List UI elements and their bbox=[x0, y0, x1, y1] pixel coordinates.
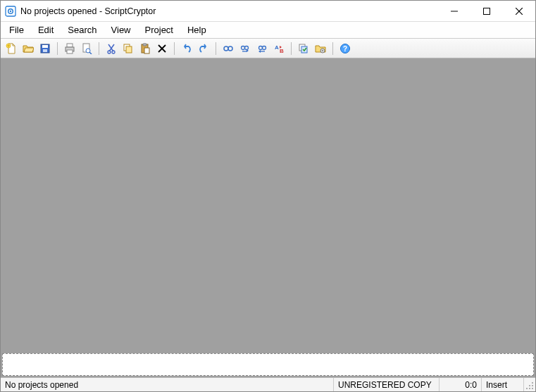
menu-project[interactable]: Project bbox=[138, 23, 180, 37]
svg-point-49 bbox=[529, 388, 530, 389]
close-button[interactable] bbox=[503, 1, 535, 22]
maximize-button[interactable] bbox=[470, 1, 503, 22]
svg-text:?: ? bbox=[343, 45, 347, 53]
svg-text:A: A bbox=[275, 44, 279, 51]
new-file-button[interactable] bbox=[4, 41, 19, 56]
copy-button[interactable] bbox=[120, 41, 136, 56]
replace-button[interactable]: A B bbox=[271, 41, 287, 56]
window-title: No projects opened - ScriptCryptor bbox=[20, 6, 156, 16]
minimize-button[interactable] bbox=[438, 1, 470, 22]
svg-point-42 bbox=[322, 50, 323, 51]
svg-point-31 bbox=[242, 46, 245, 49]
statusbar: No projects opened UNREGISTERED COPY 0:0… bbox=[1, 377, 535, 391]
svg-point-50 bbox=[532, 388, 533, 389]
editor-area[interactable] bbox=[1, 58, 535, 352]
svg-point-34 bbox=[259, 46, 263, 49]
toolbar-separator bbox=[291, 42, 292, 55]
workspace bbox=[1, 58, 535, 377]
toolbar: A B ? bbox=[1, 39, 535, 58]
svg-rect-25 bbox=[144, 48, 149, 53]
svg-point-32 bbox=[245, 46, 249, 49]
svg-rect-13 bbox=[67, 50, 73, 53]
compile-button[interactable] bbox=[296, 41, 311, 56]
window-controls bbox=[438, 1, 535, 22]
toolbar-separator bbox=[99, 42, 99, 55]
svg-point-48 bbox=[526, 388, 528, 389]
find-prev-button[interactable] bbox=[254, 41, 270, 56]
menu-search[interactable]: Search bbox=[61, 23, 104, 37]
print-button[interactable] bbox=[62, 41, 77, 56]
find-button[interactable] bbox=[220, 41, 236, 56]
svg-rect-11 bbox=[67, 44, 73, 47]
status-license: UNREGISTERED COPY bbox=[334, 378, 440, 391]
resize-grip[interactable] bbox=[524, 378, 535, 391]
titlebar: No projects opened - ScriptCryptor bbox=[1, 1, 535, 22]
find-next-button[interactable] bbox=[237, 41, 253, 56]
options-button[interactable] bbox=[313, 41, 328, 56]
svg-text:B: B bbox=[280, 48, 284, 54]
menu-help[interactable]: Help bbox=[180, 23, 213, 37]
toolbar-separator bbox=[174, 42, 175, 55]
svg-rect-24 bbox=[143, 44, 147, 46]
svg-rect-10 bbox=[43, 49, 47, 52]
cut-button[interactable] bbox=[104, 41, 119, 56]
svg-rect-22 bbox=[126, 46, 132, 53]
svg-point-35 bbox=[263, 46, 266, 49]
svg-rect-40 bbox=[301, 46, 307, 53]
status-cursor-position: 0:0 bbox=[440, 378, 482, 391]
help-button[interactable]: ? bbox=[337, 41, 353, 56]
menu-file[interactable]: File bbox=[2, 23, 31, 37]
save-button[interactable] bbox=[37, 41, 53, 56]
redo-button[interactable] bbox=[196, 41, 211, 56]
toolbar-separator bbox=[332, 42, 333, 55]
svg-rect-9 bbox=[42, 45, 48, 48]
message-panel[interactable] bbox=[2, 353, 534, 376]
toolbar-separator bbox=[57, 42, 58, 55]
print-preview-button[interactable] bbox=[79, 41, 94, 56]
svg-point-2 bbox=[10, 10, 11, 11]
svg-point-19 bbox=[108, 51, 111, 53]
status-insert-mode: Insert bbox=[482, 378, 524, 391]
menu-edit[interactable]: Edit bbox=[31, 23, 61, 37]
status-message: No projects opened bbox=[1, 378, 334, 391]
svg-point-45 bbox=[532, 382, 533, 384]
svg-line-16 bbox=[89, 52, 92, 54]
svg-point-20 bbox=[112, 51, 115, 53]
toolbar-separator bbox=[216, 42, 216, 55]
app-icon bbox=[5, 6, 16, 17]
svg-rect-4 bbox=[484, 8, 490, 14]
svg-point-47 bbox=[532, 385, 533, 386]
svg-point-46 bbox=[529, 385, 530, 386]
menu-view[interactable]: View bbox=[104, 23, 138, 37]
delete-button[interactable] bbox=[154, 41, 170, 56]
paste-button[interactable] bbox=[137, 41, 153, 56]
open-file-button[interactable] bbox=[20, 41, 36, 56]
menubar: File Edit Search View Project Help bbox=[1, 22, 535, 39]
undo-button[interactable] bbox=[179, 41, 194, 56]
